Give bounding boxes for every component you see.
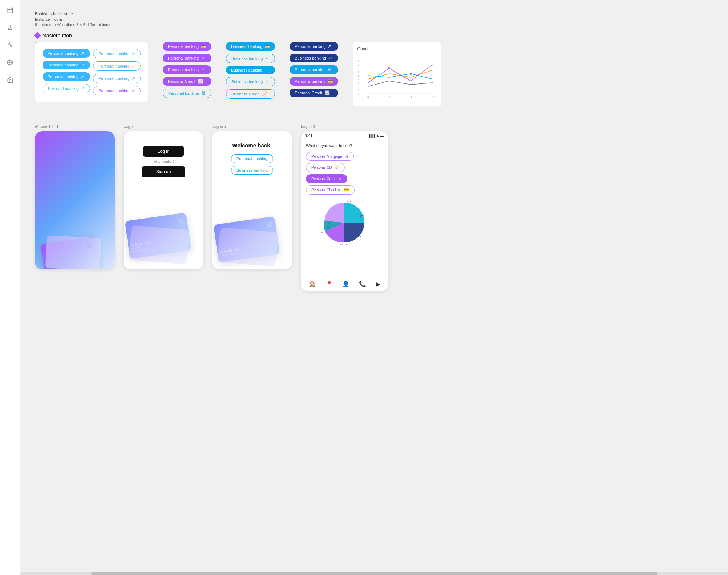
sidebar-icon-home[interactable]: [4, 74, 16, 86]
svg-text:3: 3: [345, 243, 347, 246]
svg-text:8: 8: [361, 231, 362, 234]
col4-btn-2[interactable]: Business banking ✓: [226, 54, 275, 63]
dashed-btn-2-3-label: Personal banking: [98, 76, 129, 81]
dashed-btn-2-4[interactable]: Personal banking ↗: [93, 86, 141, 95]
dashed-btn-2-3[interactable]: Personal banking ↗: [93, 74, 141, 83]
col5-btn-3[interactable]: Personal banking 🏛: [290, 65, 338, 74]
phone1-section: iPhone 14 - 1 ⊛: [35, 124, 115, 269]
phone3-frame: Welcome back! Personal banking Business …: [212, 131, 292, 269]
signup-button[interactable]: Sign up: [142, 166, 186, 177]
nav-phone-icon[interactable]: 📞: [359, 281, 366, 288]
phone2-section: Log in Log in not a member? Sign up ⊛ 0 …: [124, 124, 203, 269]
not-member-text: not a member?: [153, 160, 175, 163]
chart-up-icon: 📈: [334, 165, 339, 170]
phone1-frame: ⊛: [35, 131, 115, 269]
svg-text:7: 7: [358, 67, 360, 70]
col5-btn-4[interactable]: Personal banking 💳: [290, 77, 338, 86]
wifi-icon: ▲: [376, 134, 379, 138]
dashed-btn-1-3[interactable]: Personal banking ↗: [43, 72, 90, 81]
phone4-body: What do you want to see? Personal Mortga…: [301, 140, 388, 277]
dashed-btn-2-4-label: Personal banking: [98, 89, 129, 93]
horizontal-scrollbar[interactable]: [20, 572, 728, 575]
dashed-btn-1-1[interactable]: Personal banking ↗: [43, 49, 90, 58]
svg-text:18: 18: [326, 222, 329, 225]
phone4-action-buttons: Personal Mortgage 🏛 Personal CD 📈 Person…: [306, 152, 383, 195]
col3-btn-2-label: Personal banking: [168, 56, 199, 60]
col5-btn-2[interactable]: Business banking ↗: [290, 54, 338, 62]
pie-chart-container: 277 259 8 3 662 70 3 18 3: [306, 199, 383, 246]
col4-btn-1-label: Business banking: [231, 44, 262, 49]
external-link-icon: ↗: [81, 51, 84, 56]
check-icon: ✓: [265, 56, 268, 61]
col4-btn-1[interactable]: Business banking 💳: [226, 42, 275, 51]
dashed-btn-2-2[interactable]: Personal banking ↗: [93, 61, 141, 71]
col3-btn-4[interactable]: Personal Credit 📈: [163, 77, 211, 86]
bank-icon: 🏛: [328, 67, 332, 72]
svg-text:2: 2: [411, 95, 413, 99]
personal-checking-btn[interactable]: Personal Checking 💳: [306, 185, 355, 195]
sidebar-icon-globe[interactable]: [4, 57, 16, 68]
dashed-btn-2-2-label: Personal banking: [98, 64, 129, 68]
pie-chart-svg: 277 259 8 3 662 70 3 18 3: [321, 199, 368, 246]
svg-text:3: 3: [358, 81, 360, 85]
external-link-icon: ↗: [81, 62, 84, 68]
dashed-btn-1-2[interactable]: Personal banking ↗: [43, 61, 90, 69]
svg-text:6: 6: [358, 70, 360, 74]
phone4-question: What do you want to see?: [306, 143, 383, 148]
external-link-icon: ↗: [328, 56, 332, 61]
scrollbar-thumb[interactable]: [91, 572, 657, 575]
card-icon: 💳: [264, 44, 270, 49]
label-boolean: Boolean - hover state: [35, 12, 713, 16]
external-link-icon: ↗: [132, 88, 135, 93]
chart-icon: 📈: [198, 79, 203, 84]
phone1-label: iPhone 14 - 1: [35, 124, 115, 129]
nav-send-icon[interactable]: ▶: [376, 281, 380, 288]
personal-mortgage-btn[interactable]: Personal Mortgage 🏛: [306, 152, 354, 161]
personal-banking-btn[interactable]: Personal banking: [231, 154, 273, 163]
personal-cd-btn[interactable]: Personal CD 📈: [306, 163, 345, 172]
sidebar-icon-calendar[interactable]: [4, 4, 16, 16]
nav-home-icon[interactable]: 🏠: [308, 281, 316, 288]
col4-btn-4[interactable]: Business banking ↗: [226, 77, 275, 86]
personal-banking-label: Personal banking: [236, 156, 267, 161]
sidebar-icon-export[interactable]: [4, 22, 16, 33]
col4-btn-3[interactable]: Business banking: [226, 66, 275, 74]
phone4-label: Log in 3: [301, 124, 388, 129]
col3-btn-1[interactable]: Personal banking 💳: [163, 42, 211, 51]
dashed-btn-1-4[interactable]: Personal banking ↗: [43, 84, 90, 93]
external-link-icon: ↗: [132, 51, 135, 56]
col5-btn-2-label: Business banking: [295, 56, 326, 60]
personal-credit-btn[interactable]: Personal Credit ↗: [306, 174, 347, 183]
col3-btn-3[interactable]: Personal banking ✓: [163, 65, 211, 74]
card-icon: 💳: [201, 44, 206, 49]
bank-icon: 🏛: [344, 154, 348, 159]
card-icon: 💳: [328, 79, 333, 84]
top-labels: Boolean - hover state Instance - icons 8…: [35, 12, 713, 27]
col5-btn-5[interactable]: Personal Credit 📈: [290, 89, 338, 97]
phone1-content: ⊛: [35, 131, 115, 269]
col3-btn-5[interactable]: Personal banking 🏛: [163, 89, 211, 98]
business-banking-btn[interactable]: Business banking: [231, 166, 273, 175]
svg-point-24: [410, 73, 412, 75]
sidebar-icon-chart[interactable]: [4, 39, 16, 51]
svg-text:5: 5: [358, 74, 360, 77]
main-content: Boolean - hover state Instance - icons 8…: [20, 0, 728, 575]
svg-point-25: [388, 67, 390, 69]
col4-btn-3-label: Business banking: [231, 68, 262, 72]
col5-btn-1[interactable]: Personal banking ↗: [290, 42, 338, 51]
col3-btn-2[interactable]: Personal banking ↗: [163, 54, 211, 62]
svg-text:662: 662: [321, 231, 326, 234]
col4-btn-5[interactable]: Business Credit 📈: [226, 89, 275, 99]
phones-row: iPhone 14 - 1 ⊛ Log in Log in: [35, 124, 713, 291]
phone4-content: 9:41 ▐▐▐ ▲ ▬ What do you want to see? Pe…: [301, 131, 388, 291]
nav-user-icon[interactable]: 👤: [342, 281, 349, 288]
dashed-btn-2-1[interactable]: Personal banking ↗: [93, 49, 141, 58]
signal-icon: ▐▐▐: [368, 134, 375, 138]
nav-location-icon[interactable]: 📍: [325, 281, 333, 288]
login-button[interactable]: Log in: [143, 146, 184, 157]
phone2-label: Log in: [124, 124, 203, 129]
top-section: Personal banking ↗ Personal banking ↗ Pe…: [35, 42, 713, 110]
col3-btn-5-label: Personal banking: [168, 91, 199, 95]
col4-btn-4-label: Business banking: [231, 79, 263, 84]
status-time: 9:41: [305, 134, 312, 138]
